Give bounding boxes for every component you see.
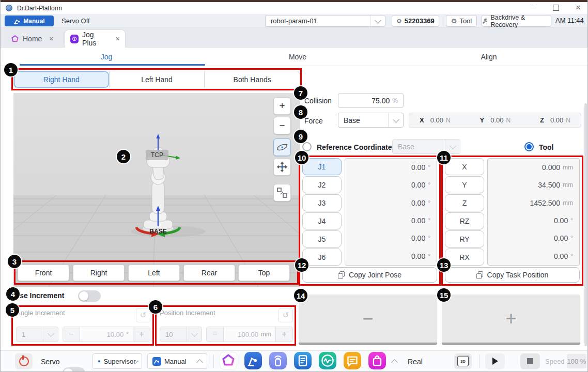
joint-j4-button[interactable]: J4 <box>302 212 342 229</box>
store-app-icon[interactable] <box>368 352 386 369</box>
view-top-button[interactable]: Top <box>238 265 290 281</box>
task-rx-button[interactable]: RX <box>445 249 484 266</box>
speed-label: Speed <box>545 358 565 365</box>
teach-pendant-app-icon[interactable] <box>269 352 287 369</box>
task-z-value: 1452.500mm <box>488 194 579 212</box>
view-left-button[interactable]: Left <box>128 265 180 281</box>
position-increment-button[interactable]: + <box>276 327 292 342</box>
tab-jog-plus-close-icon[interactable]: × <box>116 35 120 43</box>
servo-toggle[interactable] <box>63 367 85 372</box>
joint-j3-button[interactable]: J3 <box>302 194 342 211</box>
lock-gear-icon: ⚙ <box>396 18 402 25</box>
robot-3d-viewport[interactable]: BASE TCP <box>13 93 300 287</box>
reference-coordinates-radio[interactable] <box>302 142 312 151</box>
use-increment-toggle[interactable] <box>78 290 101 302</box>
view-right-button[interactable]: Right <box>73 265 125 281</box>
robot-param-select[interactable]: robot-param-01 <box>265 15 385 27</box>
serial-number: 52203369 <box>405 17 435 25</box>
view-front-button[interactable]: Front <box>18 265 69 281</box>
tab-home[interactable]: Home × <box>6 30 63 48</box>
joint-j2-button[interactable]: J2 <box>302 176 342 193</box>
task-rz-button[interactable]: RZ <box>445 212 484 229</box>
real-toggle-label: Real <box>408 358 423 366</box>
robot-param-value: robot-param-01 <box>271 17 317 25</box>
backdrive-recovery-button[interactable]: Backdrive & Recovery <box>482 15 551 27</box>
view-rear-button[interactable]: Rear <box>183 265 235 281</box>
log-viewer-app-icon[interactable] <box>344 352 361 369</box>
tool-button[interactable]: ⚙ Tool <box>446 15 477 27</box>
role-select[interactable]: ●Supervisor <box>92 353 142 369</box>
joint-j5-button[interactable]: J5 <box>302 230 342 247</box>
tool-radio[interactable] <box>524 142 534 151</box>
tab-home-close-icon[interactable]: × <box>49 35 53 43</box>
jog-plus-button[interactable]: + <box>442 295 580 345</box>
annotation-badge-10: 10 <box>295 151 308 164</box>
subtab-jog[interactable]: Jog <box>13 51 199 63</box>
angle-increment-title: Angle Increment <box>16 309 65 317</box>
task-ry-button[interactable]: RY <box>445 230 484 247</box>
pan-view-button[interactable] <box>273 158 291 176</box>
reset-icon: ↺ <box>140 311 147 320</box>
sim-3d-icon: 3D <box>457 356 469 366</box>
measure-button[interactable] <box>273 184 291 202</box>
task-z-button[interactable]: Z <box>445 194 484 211</box>
statusbar-divider-2 <box>479 354 479 368</box>
force-frame-value: Base <box>344 116 360 125</box>
zoom-out-button[interactable]: − <box>273 117 291 134</box>
copy-joint-pose-button[interactable]: Copy Joint Pose <box>302 267 437 283</box>
angle-step-select[interactable]: 1 <box>16 327 58 342</box>
annotation-badge-14: 14 <box>294 289 307 302</box>
program-app-icon[interactable] <box>294 352 312 369</box>
task-writer-app-icon[interactable] <box>244 352 262 369</box>
servo-toggle-label: Servo <box>41 358 60 366</box>
position-reset-button[interactable]: ↺ <box>278 308 293 322</box>
hand-left-button[interactable]: Left Hand <box>109 71 205 88</box>
force-frame-select[interactable]: Base <box>338 113 404 128</box>
task-y-button[interactable]: Y <box>445 176 484 193</box>
rotate-view-button[interactable] <box>273 138 291 156</box>
subtab-move[interactable]: Move <box>274 51 321 63</box>
right-scrollbar[interactable] <box>584 103 587 346</box>
stop-button[interactable] <box>520 353 540 369</box>
use-increment-label: Use Increment <box>14 291 64 300</box>
angle-decrement-button[interactable]: − <box>63 327 80 342</box>
hand-both-button[interactable]: Both Hands <box>204 71 300 88</box>
mode-select[interactable]: Manual <box>147 353 207 369</box>
joint-j1-button[interactable]: J1 <box>302 158 342 175</box>
toolbar-divider <box>442 16 442 25</box>
reset-icon-2: ↺ <box>283 311 289 320</box>
monitoring-app-icon[interactable] <box>319 352 336 369</box>
jog-minus-button[interactable]: − <box>299 295 437 345</box>
reference-frame-select[interactable]: Base <box>392 139 460 154</box>
hand-right-button[interactable]: Right Hand <box>14 71 109 88</box>
tab-jog-plus[interactable]: ⊕ Jog Plus × <box>65 29 126 48</box>
dart-home-app-icon[interactable] <box>220 352 237 369</box>
position-step-select[interactable]: 10 <box>160 327 202 342</box>
subtab-align[interactable]: Align <box>466 51 512 63</box>
copy-task-position-button[interactable]: Copy Task Position <box>445 267 580 283</box>
mode-chevron <box>196 359 203 366</box>
play-button[interactable] <box>485 353 505 369</box>
close-button[interactable]: × <box>570 2 586 13</box>
dock-collapse-button[interactable] <box>389 357 399 366</box>
position-decrement-button[interactable]: − <box>207 327 223 342</box>
zoom-in-button[interactable]: + <box>273 97 291 115</box>
power-button[interactable] <box>15 353 33 369</box>
collision-input[interactable]: 75.00% <box>338 93 404 108</box>
task-values-panel: 0.000mm 34.500mm 1452.500mm 0.00° 0.00° … <box>487 158 580 266</box>
task-x-button[interactable]: X <box>445 158 484 175</box>
tab-jog-plus-label: Jog Plus <box>82 30 109 47</box>
joint-values-panel: 0.00° 0.00° 0.00° 0.00° 0.00° 0.00° <box>345 158 437 266</box>
angle-value-stepper: − 10.00° + <box>63 327 150 342</box>
sim-3d-button[interactable]: 3D <box>454 353 472 369</box>
minimize-button[interactable] <box>525 2 541 13</box>
manual-mode-button[interactable]: Manual <box>5 16 54 26</box>
jog-plus-icon: ⊕ <box>70 35 79 43</box>
annotation-badge-4: 4 <box>6 287 20 301</box>
maximize-button[interactable] <box>548 2 564 13</box>
joint-j2-value: 0.00° <box>345 176 437 194</box>
angle-reset-button[interactable]: ↺ <box>136 308 150 322</box>
wrench-icon <box>482 18 488 24</box>
task-ry-value: 0.00° <box>488 229 579 247</box>
angle-increment-button[interactable]: + <box>133 327 150 342</box>
